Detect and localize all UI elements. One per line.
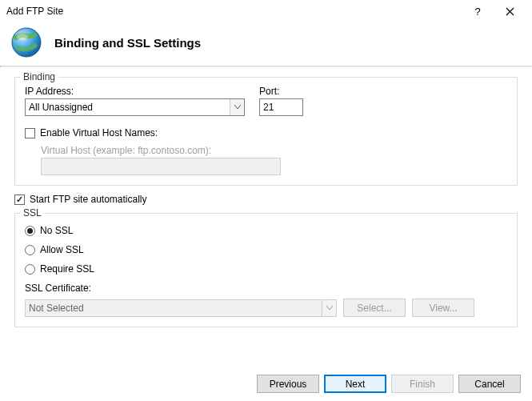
binding-legend: Binding [20, 71, 58, 82]
ssl-legend: SSL [20, 207, 45, 219]
previous-button[interactable]: Previous [257, 375, 319, 393]
globe-icon [10, 26, 43, 59]
ip-address-value: All Unassigned [29, 102, 93, 113]
window-title: Add FTP Site [6, 6, 462, 17]
require-ssl-radio[interactable] [25, 264, 35, 275]
no-ssl-radio[interactable] [25, 226, 35, 236]
port-label: Port: [259, 86, 303, 97]
require-ssl-label: Require SSL [40, 263, 94, 275]
ip-address-combo[interactable]: All Unassigned [25, 98, 245, 116]
page-title: Binding and SSL Settings [54, 36, 201, 50]
finish-button: Finish [391, 375, 454, 393]
chevron-down-icon [322, 300, 336, 316]
ssl-group: SSL No SSL Allow SSL Require SSL SSL Cer… [14, 213, 518, 327]
chevron-down-icon [230, 99, 244, 115]
allow-ssl-label: Allow SSL [40, 244, 84, 255]
vhost-label: Virtual Host (example: ftp.contoso.com): [41, 145, 211, 156]
enable-vhost-checkbox[interactable] [25, 128, 35, 138]
next-button[interactable]: Next [324, 375, 386, 393]
no-ssl-label: No SSL [40, 225, 73, 236]
content-area: Binding IP Address: All Unassigned Port:… [0, 67, 532, 327]
port-value: 21 [263, 102, 274, 113]
titlebar: Add FTP Site ? [0, 0, 532, 22]
binding-group: Binding IP Address: All Unassigned Port:… [14, 77, 518, 186]
port-input[interactable]: 21 [259, 98, 303, 116]
ssl-cert-value: Not Selected [29, 303, 84, 314]
svg-point-1 [17, 34, 28, 40]
wizard-footer: Previous Next Finish Cancel [257, 375, 521, 393]
ssl-cert-combo[interactable]: Not Selected [25, 299, 337, 317]
select-cert-button: Select... [343, 299, 406, 317]
auto-start-checkbox[interactable] [14, 194, 25, 205]
view-cert-button: View... [412, 299, 474, 317]
vhost-input [41, 158, 281, 175]
auto-start-row: Start FTP site automatically [14, 194, 518, 205]
ip-address-label: IP Address: [25, 86, 245, 97]
ssl-cert-label: SSL Certificate: [25, 283, 91, 294]
allow-ssl-radio[interactable] [25, 245, 35, 255]
wizard-header: Binding and SSL Settings [0, 22, 532, 66]
close-button[interactable] [494, 0, 526, 22]
auto-start-label: Start FTP site automatically [30, 194, 147, 205]
svg-point-0 [12, 28, 41, 57]
help-button[interactable]: ? [462, 0, 494, 22]
close-icon [506, 7, 514, 16]
enable-vhost-label: Enable Virtual Host Names: [40, 127, 158, 138]
cancel-button[interactable]: Cancel [458, 375, 521, 393]
